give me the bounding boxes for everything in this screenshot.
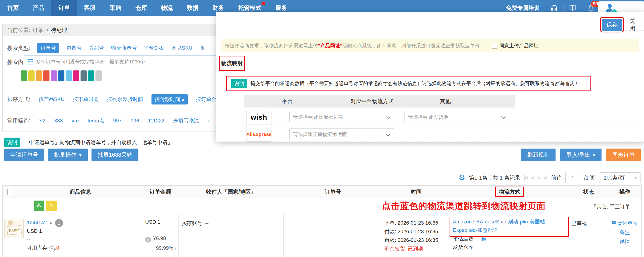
chevron-down-icon bbox=[386, 114, 390, 119]
customer-service-badge[interactable]: 客 bbox=[34, 201, 44, 211]
prev-page-button[interactable]: < bbox=[531, 174, 534, 181]
nav-item-warehouse[interactable]: 仓库 bbox=[128, 0, 154, 16]
search-type-tracking-no[interactable]: 跟踪号 bbox=[88, 44, 104, 51]
caret-down-icon: ▾ bbox=[79, 152, 82, 158]
first-page-button[interactable]: |< bbox=[524, 174, 528, 181]
color-swatch-yellow[interactable] bbox=[28, 70, 34, 81]
next-page-button[interactable]: > bbox=[537, 174, 540, 181]
filter-vre[interactable]: vre bbox=[72, 118, 79, 124]
batch-1688-purchase-button[interactable]: 批量1688采购 bbox=[92, 149, 138, 161]
close-button[interactable]: 关闭 bbox=[625, 19, 644, 31]
manual-book-icon[interactable] bbox=[568, 4, 576, 12]
tab-underline bbox=[216, 69, 644, 69]
nav-item-label: 托管模式 bbox=[238, 4, 262, 12]
search-type-carrier-no[interactable]: 物流商单号 bbox=[111, 44, 136, 51]
agree-upload-option[interactable]: 同意上传产品网址 bbox=[492, 42, 538, 49]
nav-item-logistics[interactable]: 物流 bbox=[154, 0, 180, 16]
sort-by-remaining-ship-time[interactable]: 按剩余发货时间 bbox=[107, 96, 143, 103]
refresh-rules-button[interactable]: 刷新规则 bbox=[521, 149, 556, 161]
product-thumbnail[interactable]: 暂无图片 bbox=[4, 219, 24, 238]
batch-operation-button[interactable]: 批量操作▾ bbox=[48, 149, 88, 161]
color-swatch-orange[interactable] bbox=[36, 70, 42, 81]
filter-333[interactable]: 333 bbox=[54, 118, 63, 124]
page-number-input[interactable] bbox=[565, 172, 580, 183]
logistics-mapping-modal: 保存 关闭 根据物流商要求，该物流商部分渠道需上传“产品网址”给物流商系统，如不… bbox=[216, 12, 644, 142]
nav-item-customer-service[interactable]: 客服 bbox=[77, 0, 103, 16]
apply-waybill-note: 说明 「申请运单号」向物流商申请运单号，并自动移入「运单号申请」 bbox=[4, 138, 173, 147]
filter-997[interactable]: 997 bbox=[113, 118, 122, 124]
divider bbox=[563, 5, 564, 11]
color-swatch-slate[interactable] bbox=[80, 70, 87, 81]
color-swatch-blue[interactable] bbox=[58, 70, 64, 81]
search-type-label: 搜索类型: bbox=[7, 44, 30, 52]
search-type-package-no[interactable]: 包裹号 bbox=[66, 44, 82, 51]
filter-111222[interactable]: 111222 bbox=[148, 118, 164, 124]
color-swatch-lightblue[interactable] bbox=[66, 70, 72, 81]
color-swatch-purple[interactable] bbox=[51, 70, 57, 81]
audit-time: 审核: 2026-01-23 16:35 bbox=[384, 236, 438, 245]
filter-996[interactable]: 996 bbox=[130, 118, 139, 124]
receiver-cell: 买家账号: -- bbox=[178, 214, 284, 257]
select-all-checkbox[interactable] bbox=[8, 189, 14, 195]
sort-by-order-time[interactable]: 按下单时间 bbox=[73, 96, 99, 103]
nav-item-order[interactable]: 订单 bbox=[51, 0, 77, 16]
common-filters-label: 常用筛选: bbox=[7, 117, 30, 124]
headset-icon[interactable] bbox=[550, 4, 558, 12]
notifications[interactable]: 99+ bbox=[587, 4, 595, 12]
color-swatch-red[interactable] bbox=[43, 70, 50, 81]
op-remark-link[interactable]: 备注 bbox=[608, 228, 642, 237]
color-swatch-magenta[interactable] bbox=[73, 70, 79, 81]
estimated-freight-line: 预估运费: -- ▦ bbox=[453, 234, 566, 243]
op-detail-link[interactable]: 详情 bbox=[608, 237, 642, 247]
color-swatch-green[interactable] bbox=[21, 70, 27, 81]
color-swatch-gray[interactable] bbox=[96, 70, 102, 81]
sort-row: 排序方式: 按产品SKU 按下单时间 按剩余发货时间 按付款时间 ▴ 按订单金 bbox=[7, 94, 216, 104]
search-type-order-no[interactable]: 订单号 bbox=[37, 43, 59, 53]
last-page-button[interactable]: >| bbox=[544, 174, 547, 181]
batch-operation-label: 批量操作 bbox=[54, 151, 76, 159]
stock-help-icon[interactable]: ? bbox=[49, 246, 55, 252]
select-caret-icon: ▼ bbox=[634, 175, 638, 180]
row-checkbox[interactable] bbox=[7, 203, 13, 209]
nav-item-data[interactable]: 数据 bbox=[180, 0, 206, 16]
filter-y2[interactable]: Y2 bbox=[39, 118, 45, 124]
agree-checkbox[interactable] bbox=[492, 43, 498, 48]
op-apply-waybill-link[interactable]: 申请运单号 bbox=[608, 219, 642, 228]
filter-truncated[interactable]: s bbox=[208, 118, 210, 124]
color-tag-filter bbox=[21, 70, 102, 81]
product-sku-link[interactable]: 1244142 bbox=[27, 220, 47, 226]
free-training-link[interactable]: 免费专属培训 bbox=[506, 4, 540, 12]
color-swatch-teal[interactable] bbox=[88, 70, 94, 81]
nav-item-home[interactable]: 首页 bbox=[0, 0, 26, 16]
edit-badge[interactable]: ✎ bbox=[46, 201, 57, 211]
import-export-button[interactable]: 导入/导出▾ bbox=[560, 149, 602, 161]
sort-by-order-amount-truncated[interactable]: 按订单金 bbox=[196, 96, 216, 103]
search-type-platform-sku[interactable]: 平台SKU bbox=[144, 44, 164, 51]
wish-origin-select[interactable]: 请选择Wish发货地 bbox=[404, 111, 509, 123]
sort-by-product-sku[interactable]: 按产品SKU bbox=[38, 96, 64, 103]
logistics-channel-link[interactable]: Amazon FBA-easeShip-别动-plin-美国站-Expedite… bbox=[453, 218, 566, 234]
sort-by-pay-time[interactable]: 按付款时间 ▴ bbox=[152, 94, 188, 104]
aliexpress-carrier-select[interactable]: 请选择速卖通物流承运商 bbox=[290, 128, 394, 140]
nav-item-purchase[interactable]: 采购 bbox=[103, 0, 128, 16]
multiline-filter-icon bbox=[26, 58, 34, 65]
save-button[interactable]: 保存 bbox=[602, 19, 622, 31]
tab-logistics-mapping[interactable]: 物流映射 bbox=[220, 57, 244, 69]
wish-carrier-select[interactable]: 请选择Wish物流承运商 bbox=[290, 111, 394, 123]
filter-temu[interactable]: temu点 bbox=[88, 117, 104, 124]
filter-no-logistics[interactable]: 未填写物流 bbox=[173, 117, 199, 124]
table-settings-gear-icon[interactable]: ⚙ bbox=[458, 173, 465, 182]
nav-item-product[interactable]: 产品 bbox=[26, 0, 51, 16]
apply-waybill-button[interactable]: 申请运单号 bbox=[4, 149, 44, 161]
breadcrumb-section[interactable]: 订单 bbox=[32, 26, 43, 34]
avatar-head bbox=[608, 4, 612, 8]
divider bbox=[582, 5, 582, 11]
page-size-select[interactable]: 100条/页 ▼ bbox=[599, 172, 641, 183]
order-detail-row: 暂无图片 1244142 x 1 USD 1 -- 可用库存 ?:0 USD 1… bbox=[2, 214, 642, 257]
agree-label: 同意上传产品网址 bbox=[499, 42, 538, 49]
search-type-truncated[interactable]: 商 bbox=[199, 44, 204, 51]
sync-orders-button[interactable]: 同步订单 bbox=[606, 149, 641, 161]
search-type-product-sku[interactable]: 商品SKU bbox=[172, 44, 192, 51]
freight-calculator-icon[interactable]: ▦ bbox=[481, 235, 486, 242]
import-export-label: 导入/导出 bbox=[566, 151, 590, 159]
